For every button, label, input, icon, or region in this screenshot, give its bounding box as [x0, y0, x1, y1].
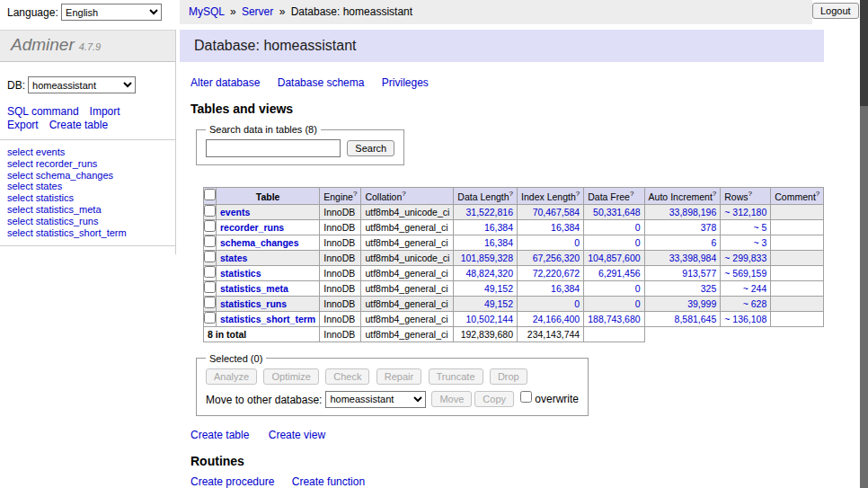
rows-count-link[interactable]: ~ 312,180 — [724, 207, 766, 217]
privileges-link[interactable]: Privileges — [382, 76, 429, 89]
index-length-link[interactable]: 16,384 — [551, 222, 580, 233]
rows-count-link[interactable]: ~ 628 — [743, 298, 767, 309]
drop-button[interactable]: Drop — [490, 368, 527, 385]
index-length-link[interactable]: 0 — [574, 298, 580, 309]
auto-increment-link[interactable]: 6 — [711, 237, 716, 248]
create-function-link[interactable]: Create function — [292, 475, 365, 488]
table-name-link[interactable]: statistics — [220, 268, 261, 279]
db-select[interactable]: homeassistant — [28, 76, 136, 93]
data-length-link[interactable]: 49,152 — [484, 283, 513, 294]
auto-increment-link[interactable]: 913,577 — [682, 268, 716, 279]
rows-count-link[interactable]: ~ 136,108 — [724, 314, 766, 324]
data-free-link[interactable]: 104,857,600 — [588, 253, 640, 263]
sidebar-item-select-states[interactable]: select states — [7, 181, 175, 192]
sidebar-item-select-events[interactable]: select events — [7, 146, 175, 158]
create-table-link[interactable]: Create table — [49, 119, 108, 131]
row-checkbox[interactable] — [204, 266, 216, 278]
table-name-link[interactable]: states — [220, 253, 247, 263]
help-icon[interactable]: ? — [748, 190, 752, 198]
index-length-link[interactable]: 67,256,320 — [533, 253, 580, 263]
repair-button[interactable]: Repair — [376, 368, 421, 385]
table-name-link[interactable]: statistics_runs — [220, 298, 287, 309]
data-length-link[interactable]: 31,522,816 — [465, 207, 513, 217]
app-logo[interactable]: Adminer4.7.9 — [0, 30, 175, 62]
row-checkbox[interactable] — [204, 220, 216, 232]
data-length-link[interactable]: 16,384 — [484, 222, 513, 233]
data-free-link[interactable]: 0 — [635, 283, 641, 294]
data-free-link[interactable]: 0 — [635, 298, 641, 309]
row-checkbox[interactable] — [204, 205, 216, 217]
row-checkbox[interactable] — [204, 297, 216, 308]
rows-count-link[interactable]: ~ 5 — [753, 222, 766, 233]
data-free-link[interactable]: 0 — [635, 222, 641, 233]
help-icon[interactable]: ? — [576, 190, 580, 198]
data-length-link[interactable]: 48,824,320 — [465, 268, 513, 279]
logout-button[interactable]: Logout — [812, 3, 859, 19]
help-icon[interactable]: ? — [353, 190, 357, 198]
auto-increment-link[interactable]: 325 — [701, 283, 717, 294]
data-length-link[interactable]: 49,152 — [484, 298, 513, 309]
sidebar-item-select-statistics-meta[interactable]: select statistics_meta — [7, 204, 175, 216]
data-free-link[interactable]: 50,331,648 — [593, 207, 641, 217]
data-length-link[interactable]: 16,384 — [484, 237, 513, 248]
row-checkbox[interactable] — [204, 312, 216, 324]
index-length-link[interactable]: 70,467,584 — [533, 207, 580, 217]
rows-count-link[interactable]: ~ 3 — [753, 237, 766, 248]
help-icon[interactable]: ? — [630, 190, 633, 198]
import-link[interactable]: Import — [90, 105, 120, 118]
sidebar-item-select-schema-changes[interactable]: select schema_changes — [7, 170, 175, 182]
index-length-link[interactable]: 24,166,400 — [533, 314, 580, 324]
index-length-link[interactable]: 16,384 — [551, 283, 580, 294]
auto-increment-link[interactable]: 33,898,196 — [669, 207, 717, 217]
scrollbar-thumb[interactable] — [860, 0, 868, 106]
sidebar-item-select-recorder-runs[interactable]: select recorder_runs — [7, 158, 175, 170]
breadcrumb-server-link[interactable]: Server — [242, 5, 273, 18]
create-view-link[interactable]: Create view — [269, 429, 325, 441]
sidebar-item-select-statistics-short-term[interactable]: select statistics_short_term — [7, 227, 175, 239]
copy-button[interactable]: Copy — [474, 391, 514, 407]
rows-count-link[interactable]: ~ 244 — [743, 283, 767, 294]
rows-count-link[interactable]: ~ 569,159 — [724, 268, 766, 279]
row-checkbox[interactable] — [204, 281, 216, 293]
database-schema-link[interactable]: Database schema — [278, 76, 365, 89]
index-length-link[interactable]: 72,220,672 — [533, 268, 580, 279]
data-length-link[interactable]: 101,859,328 — [461, 253, 513, 263]
language-select[interactable]: English — [61, 4, 162, 21]
table-name-link[interactable]: statistics_short_term — [220, 314, 315, 324]
overwrite-checkbox[interactable] — [520, 391, 532, 403]
table-name-link[interactable]: statistics_meta — [220, 283, 288, 294]
check-button[interactable]: Check — [325, 368, 369, 385]
table-name-link[interactable]: schema_changes — [220, 237, 299, 248]
auto-increment-link[interactable]: 8,581,645 — [675, 314, 717, 324]
row-checkbox[interactable] — [204, 251, 216, 262]
sql-command-link[interactable]: SQL command — [7, 105, 79, 118]
optimize-button[interactable]: Optimize — [263, 368, 318, 385]
help-icon[interactable]: ? — [509, 190, 513, 198]
data-free-link[interactable]: 0 — [635, 237, 641, 248]
create-table-link-main[interactable]: Create table — [190, 429, 249, 441]
help-icon[interactable]: ? — [402, 190, 405, 198]
table-name-link[interactable]: events — [220, 207, 250, 217]
search-button[interactable]: Search — [347, 140, 394, 156]
table-name-link[interactable]: recorder_runs — [220, 222, 284, 233]
data-length-link[interactable]: 10,502,144 — [465, 314, 513, 324]
select-all-checkbox[interactable] — [204, 189, 216, 200]
help-icon[interactable]: ? — [816, 190, 819, 198]
search-input[interactable] — [206, 139, 341, 157]
analyze-button[interactable]: Analyze — [206, 368, 257, 385]
sidebar-item-select-statistics-runs[interactable]: select statistics_runs — [7, 216, 175, 227]
breadcrumb-mysql-link[interactable]: MySQL — [189, 5, 225, 18]
sidebar-item-select-statistics[interactable]: select statistics — [7, 192, 175, 204]
auto-increment-link[interactable]: 378 — [701, 222, 717, 233]
move-db-select[interactable]: homeassistant — [325, 391, 426, 408]
data-free-link[interactable]: 6,291,456 — [598, 268, 641, 279]
rows-count-link[interactable]: ~ 299,833 — [724, 253, 766, 263]
auto-increment-link[interactable]: 39,999 — [687, 298, 716, 309]
auto-increment-link[interactable]: 33,398,984 — [669, 253, 717, 263]
help-icon[interactable]: ? — [713, 190, 716, 198]
index-length-link[interactable]: 0 — [574, 237, 580, 248]
export-link[interactable]: Export — [7, 119, 39, 131]
data-free-link[interactable]: 188,743,680 — [588, 314, 640, 324]
move-button[interactable]: Move — [431, 391, 472, 407]
create-procedure-link[interactable]: Create procedure — [190, 475, 274, 488]
